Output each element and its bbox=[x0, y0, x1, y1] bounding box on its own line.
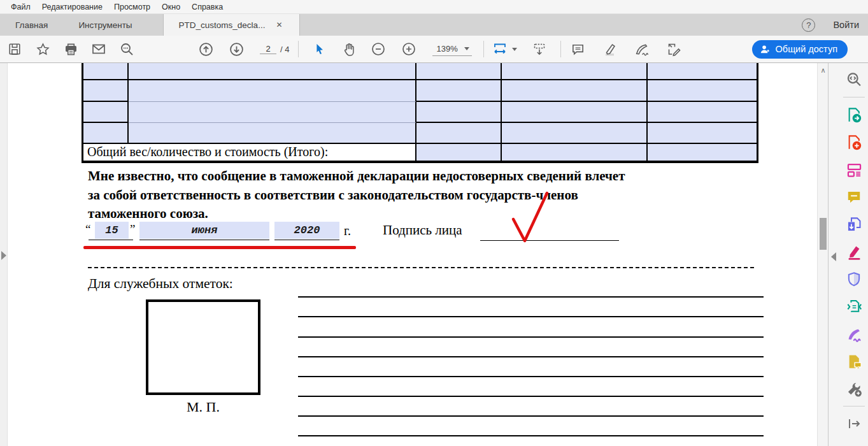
writing-line bbox=[298, 415, 764, 417]
month-field[interactable]: июня bbox=[139, 222, 269, 239]
table-cell[interactable] bbox=[502, 102, 648, 123]
table-cell[interactable] bbox=[502, 80, 648, 102]
tab-tools[interactable]: Инструменты bbox=[63, 14, 147, 36]
previous-page-icon[interactable] bbox=[196, 40, 215, 59]
help-icon[interactable]: ? bbox=[802, 18, 815, 32]
vertical-scrollbar[interactable]: ∧ bbox=[817, 63, 828, 446]
chevron-down-icon bbox=[464, 47, 469, 50]
writing-line bbox=[298, 316, 764, 317]
year-underline bbox=[274, 240, 339, 240]
pdf-page: Общий вес/количество и стоимость (Итого)… bbox=[8, 63, 817, 446]
edit-pdf-icon[interactable] bbox=[844, 159, 864, 180]
highlight-tool-icon[interactable] bbox=[601, 40, 620, 59]
star-icon[interactable] bbox=[33, 40, 52, 59]
compress-pdf-icon[interactable] bbox=[844, 296, 864, 317]
writing-line bbox=[298, 356, 764, 357]
table-cell[interactable] bbox=[83, 102, 129, 123]
table-cell[interactable] bbox=[83, 123, 129, 144]
table-cell[interactable] bbox=[129, 102, 416, 123]
writing-line bbox=[298, 296, 764, 298]
collapse-right-panel-icon[interactable] bbox=[831, 252, 836, 261]
table-cell[interactable] bbox=[502, 144, 648, 161]
year-field[interactable]: 2020 bbox=[274, 222, 339, 239]
fit-width-icon[interactable] bbox=[490, 40, 509, 59]
search-icon[interactable] bbox=[117, 40, 136, 59]
scroll-mode-icon[interactable] bbox=[530, 40, 549, 59]
table-cell[interactable] bbox=[648, 123, 757, 144]
table-cell[interactable] bbox=[416, 63, 502, 80]
left-panel-strip bbox=[0, 63, 8, 446]
more-tools-icon[interactable] bbox=[844, 378, 864, 399]
table-cell[interactable] bbox=[83, 63, 129, 80]
zoom-out-icon[interactable] bbox=[369, 40, 388, 59]
table-cell[interactable] bbox=[416, 80, 502, 102]
table-cell[interactable] bbox=[502, 63, 648, 80]
share-button[interactable]: Общий доступ bbox=[752, 40, 848, 59]
table-cell[interactable] bbox=[416, 102, 502, 123]
close-icon[interactable]: ✕ bbox=[274, 20, 284, 30]
send-for-comments-icon[interactable] bbox=[844, 351, 864, 371]
menu-window[interactable]: Окно bbox=[156, 1, 186, 13]
stamp-label: М. П. bbox=[146, 399, 260, 415]
request-signature-tool-icon[interactable] bbox=[664, 40, 683, 59]
menu-file[interactable]: Файл bbox=[5, 1, 36, 13]
open-tools-panel-icon[interactable] bbox=[844, 414, 864, 434]
add-person-icon bbox=[760, 44, 771, 55]
table-cell[interactable] bbox=[129, 80, 416, 102]
panel-divider bbox=[843, 97, 865, 97]
writing-line bbox=[298, 435, 764, 436]
table-cell[interactable] bbox=[648, 102, 757, 123]
page-total-label: / 4 bbox=[280, 45, 289, 54]
menu-view[interactable]: Просмотр bbox=[108, 1, 156, 13]
table-cell[interactable] bbox=[83, 80, 129, 102]
zoom-level-dropdown[interactable]: 139% bbox=[432, 43, 471, 56]
save-icon[interactable] bbox=[5, 40, 24, 59]
chevron-down-icon[interactable] bbox=[512, 48, 517, 51]
protect-icon[interactable] bbox=[844, 269, 864, 289]
red-underline-annotation[interactable] bbox=[83, 246, 356, 249]
table-cell[interactable] bbox=[648, 144, 757, 161]
comment-icon[interactable] bbox=[844, 187, 864, 207]
table-cell[interactable] bbox=[648, 63, 757, 80]
table-cell[interactable] bbox=[129, 123, 416, 144]
table-cell[interactable] bbox=[416, 123, 502, 144]
email-icon[interactable] bbox=[89, 40, 108, 59]
right-tools-panel bbox=[828, 63, 868, 446]
fill-sign-tool-icon[interactable] bbox=[632, 40, 651, 59]
red-checkmark-annotation[interactable] bbox=[499, 187, 556, 245]
create-pdf-icon[interactable] bbox=[844, 132, 864, 152]
month-underline bbox=[139, 240, 269, 240]
select-tool-icon[interactable] bbox=[310, 40, 329, 59]
comment-tool-icon[interactable] bbox=[569, 40, 588, 59]
tab-document[interactable]: PTD_customs_decla... ✕ bbox=[163, 14, 301, 36]
fill-sign-icon[interactable] bbox=[844, 324, 864, 344]
scrollbar-thumb[interactable] bbox=[820, 218, 827, 250]
sign-in-button[interactable]: Войти bbox=[833, 20, 859, 30]
table-cell[interactable] bbox=[502, 123, 648, 144]
table-cell[interactable] bbox=[648, 80, 757, 102]
search-tools-icon[interactable] bbox=[844, 69, 864, 90]
expand-left-panel-icon[interactable] bbox=[1, 251, 6, 260]
redact-icon[interactable] bbox=[844, 241, 864, 262]
combine-files-icon[interactable] bbox=[844, 214, 864, 234]
day-underline bbox=[89, 240, 133, 240]
print-icon[interactable] bbox=[61, 40, 80, 59]
menu-help[interactable]: Справка bbox=[186, 1, 229, 13]
export-pdf-icon[interactable] bbox=[844, 104, 864, 125]
scroll-up-icon[interactable]: ∧ bbox=[818, 67, 829, 74]
tab-home[interactable]: Главная bbox=[0, 14, 63, 36]
zoom-in-icon[interactable] bbox=[399, 40, 418, 59]
stamp-box bbox=[146, 299, 260, 395]
hand-tool-icon[interactable] bbox=[339, 40, 359, 59]
table-cell[interactable] bbox=[416, 144, 502, 161]
next-page-icon[interactable] bbox=[227, 40, 246, 59]
day-field[interactable]: 15 bbox=[95, 222, 129, 239]
share-button-label: Общий доступ bbox=[776, 44, 837, 54]
zoom-level-value: 139% bbox=[436, 44, 457, 54]
writing-line bbox=[298, 336, 764, 338]
declaration-line: Мне известно, что сообщение в таможенной… bbox=[88, 167, 757, 186]
menu-edit[interactable]: Редактирование bbox=[36, 1, 108, 13]
table-cell[interactable] bbox=[129, 63, 416, 80]
page-number-input[interactable] bbox=[260, 44, 276, 54]
declaration-paragraph: Мне известно, что сообщение в таможенной… bbox=[88, 167, 757, 224]
